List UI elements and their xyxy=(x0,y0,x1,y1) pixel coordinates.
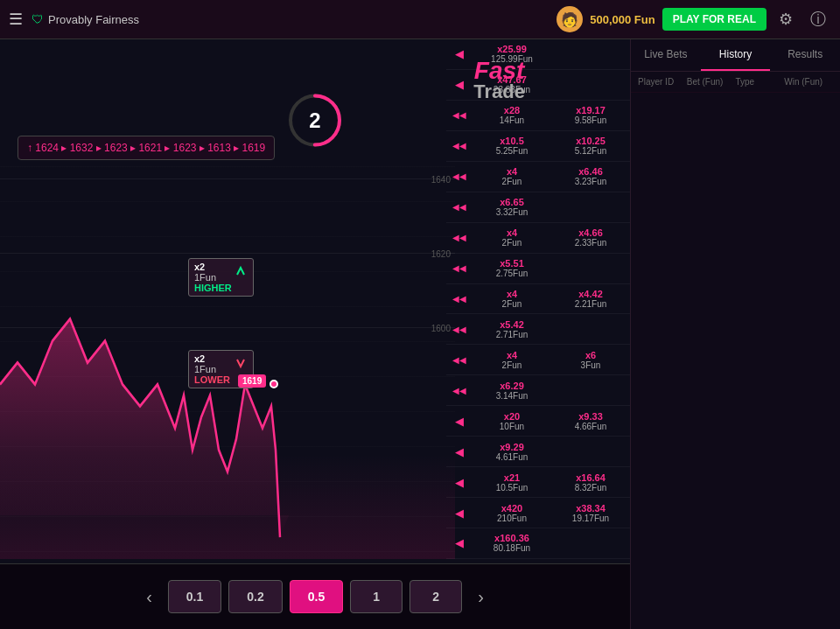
col-player-id: Player ID xyxy=(638,77,687,87)
nav-btn-2[interactable]: 2 xyxy=(410,580,462,613)
shield-icon: 🛡 xyxy=(32,12,44,26)
mult-cell-empty xyxy=(551,542,630,545)
mult-cell-left: x2814Fun xyxy=(472,103,551,127)
tab-results[interactable]: Results xyxy=(770,39,840,71)
arrow-icon: ◀ xyxy=(446,476,472,489)
bottom-nav: ‹ 0.1 0.2 0.5 1 2 › xyxy=(0,563,630,629)
mult-cell-left: x42Fun xyxy=(472,348,551,372)
game-title-trade: Trade xyxy=(473,80,525,103)
mult-cell-left: x420210Fun xyxy=(472,501,551,525)
mult-row: ◀◀x5.512.75Fun xyxy=(446,254,630,284)
arrow-icon: ◀◀ xyxy=(446,263,472,273)
arrow-icon: ◀◀ xyxy=(446,202,472,212)
mult-row: ◀◀x42Funx4.662.33Fun xyxy=(446,223,630,254)
mult-row: ◀x2010Funx9.334.66Fun xyxy=(446,406,630,437)
mult-cell-empty xyxy=(551,52,630,56)
mult-cell-right: x4.662.33Fun xyxy=(551,226,630,249)
arrow-icon: ◀ xyxy=(446,47,472,60)
mult-cell-left: x5.512.75Fun xyxy=(472,256,551,280)
arrow-icon: ◀◀ xyxy=(446,294,472,304)
mult-cell-left: x2010Fun xyxy=(472,409,551,433)
mult-cell-empty xyxy=(551,206,630,209)
mult-row: ◀x9.294.61Fun xyxy=(446,437,630,467)
right-panel: Live Bets History Results Player ID Bet … xyxy=(630,39,840,629)
mult-cell-right: x6.463.23Fun xyxy=(551,164,630,188)
table-body xyxy=(631,93,840,629)
timer-number: 2 xyxy=(309,108,320,133)
tab-live-bets[interactable]: Live Bets xyxy=(631,39,701,71)
tab-bar: Live Bets History Results xyxy=(631,39,840,72)
mult-cell-left: x2110.5Fun xyxy=(472,471,551,494)
arrow-icon: ◀ xyxy=(446,507,472,520)
mult-cell-left: x6.653.32Fun xyxy=(472,195,551,219)
fairness-label: Provably Fairness xyxy=(48,13,139,26)
top-bar-left: ☰ 🛡 Provably Fairness xyxy=(9,10,139,29)
col-win: Win (Fun) xyxy=(784,77,833,87)
settings-button[interactable]: ⚙ xyxy=(774,8,798,31)
mult-row: ◀◀x6.293.14Fun xyxy=(446,375,630,406)
menu-icon[interactable]: ☰ xyxy=(9,10,23,29)
top-bar-right: 🧑 500,000 Fun PLAY FOR REAL ⚙ ⓘ xyxy=(556,6,831,32)
arrow-icon: ◀◀ xyxy=(446,325,472,334)
mult-cell-right: x63Fun xyxy=(551,348,630,372)
mult-cell-right: x38.3419.17Fun xyxy=(551,501,630,525)
arrow-icon: ◀ xyxy=(446,445,472,458)
nav-btn-1[interactable]: 1 xyxy=(350,580,402,613)
mult-cell-right: x9.334.66Fun xyxy=(551,409,630,433)
price-label: 1619 xyxy=(238,374,266,388)
arrow-icon: ◀◀ xyxy=(446,171,472,181)
tab-history[interactable]: History xyxy=(701,39,771,71)
arrow-icon: ◀◀ xyxy=(446,110,472,120)
mult-cell-empty xyxy=(551,267,630,270)
mult-row: ◀x160.3680.18Fun xyxy=(446,528,630,559)
arrow-icon: ◀ xyxy=(446,415,472,428)
info-button[interactable]: ⓘ xyxy=(805,7,831,31)
mult-cell-left: x5.422.71Fun xyxy=(472,318,551,341)
fairness-badge[interactable]: 🛡 Provably Fairness xyxy=(32,12,139,26)
mult-cell-left: x42Fun xyxy=(472,287,551,311)
mult-cell-left: x42Fun xyxy=(472,226,551,249)
tooltip-higher: x2 1Fun HIGHER xyxy=(188,258,254,297)
mult-cell-right: x19.179.58Fun xyxy=(551,103,630,127)
arrow-icon: ◀◀ xyxy=(446,355,472,365)
multiplier-grid: ◀x25.99125.99Fun◀x47.6723.83Fun◀◀x2814Fu… xyxy=(446,39,630,559)
arrow-icon: ◀ xyxy=(446,78,472,91)
mult-row: ◀◀x2814Funx19.179.58Fun xyxy=(446,101,630,131)
mult-row: ◀◀x5.422.71Fun xyxy=(446,314,630,345)
mult-row: ◀x420210Funx38.3419.17Fun xyxy=(446,498,630,528)
breadcrumb-text: ↑ 1624 ▸ 1632 ▸ 1623 ▸ 1621 ▸ 1623 ▸ 161… xyxy=(27,142,265,154)
timer-circle: 2 xyxy=(287,92,344,149)
mult-cell-left: x160.3680.18Fun xyxy=(472,531,551,555)
mult-cell-empty xyxy=(551,327,630,331)
mult-row: ◀◀x10.55.25Funx10.255.12Fun xyxy=(446,131,630,162)
play-real-button[interactable]: PLAY FOR REAL xyxy=(662,8,766,31)
mult-row: ◀◀x42Funx6.463.23Fun xyxy=(446,162,630,192)
mult-cell-left: x9.294.61Fun xyxy=(472,440,551,464)
mult-cell-left: x42Fun xyxy=(472,164,551,188)
nav-btn-05[interactable]: 0.5 xyxy=(290,580,343,613)
col-type: Type xyxy=(736,77,785,87)
mult-cell-right: x4.422.21Fun xyxy=(551,287,630,311)
balance-display: 500,000 Fun xyxy=(590,13,654,26)
top-bar: ☰ 🛡 Provably Fairness 🧑 500,000 Fun PLAY… xyxy=(0,0,840,39)
nav-btn-01[interactable]: 0.1 xyxy=(168,580,221,613)
mult-row: ◀◀x42Funx4.422.21Fun xyxy=(446,284,630,315)
nav-prev-button[interactable]: ‹ xyxy=(137,583,161,612)
game-title: Fast Trade xyxy=(473,57,525,103)
price-dot xyxy=(270,380,278,388)
mult-cell-right: x10.255.12Fun xyxy=(551,134,630,157)
arrow-icon: ◀◀ xyxy=(446,141,472,150)
nav-btn-02[interactable]: 0.2 xyxy=(228,580,282,613)
arrow-icon: ◀ xyxy=(446,536,472,549)
arrow-icon: ◀◀ xyxy=(446,386,472,395)
mult-cell-empty xyxy=(551,450,630,453)
avatar: 🧑 xyxy=(556,6,583,32)
nav-next-button[interactable]: › xyxy=(469,583,493,612)
mult-row: ◀x2110.5Funx16.648.32Fun xyxy=(446,467,630,498)
mult-cell-right: x16.648.32Fun xyxy=(551,471,630,494)
arrow-icon: ◀◀ xyxy=(446,233,472,242)
mult-cell-empty xyxy=(551,83,630,87)
mult-row: ◀◀x42Funx63Fun xyxy=(446,345,630,375)
game-panel: Fast Trade 2 ↑ 1624 ▸ 1632 ▸ 1623 ▸ 1621… xyxy=(0,39,630,629)
table-header: Player ID Bet (Fun) Type Win (Fun) xyxy=(631,72,840,93)
